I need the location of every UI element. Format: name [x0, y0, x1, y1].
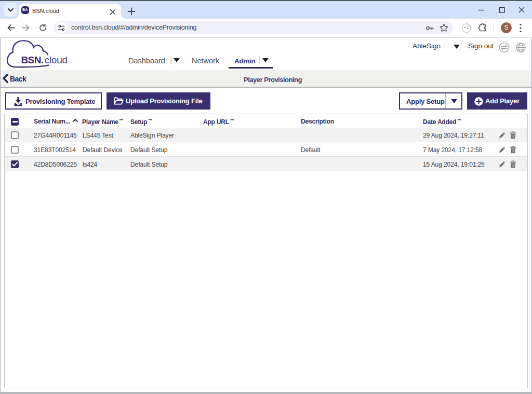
- svg-text:BSN.: BSN.: [21, 55, 44, 65]
- svg-text:cloud: cloud: [45, 55, 68, 65]
